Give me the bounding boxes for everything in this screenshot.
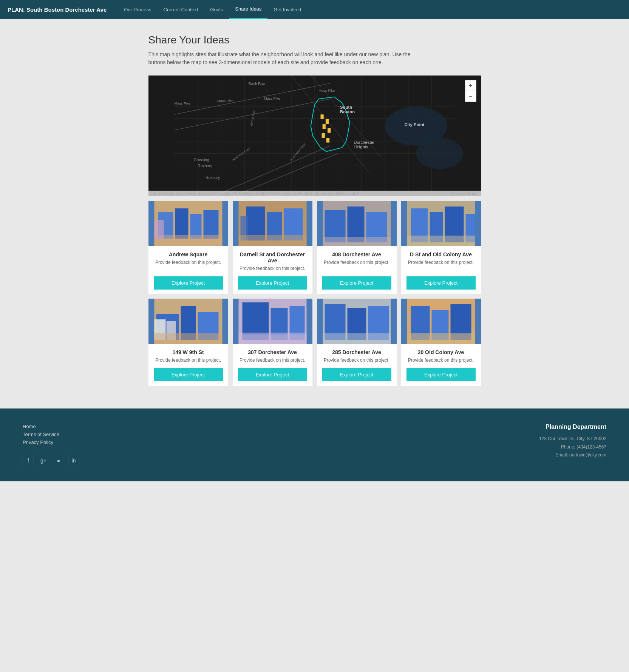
svg-rect-29 — [320, 114, 323, 119]
svg-text:Mass Pike: Mass Pike — [174, 102, 190, 105]
footer-link-privacy[interactable]: Privacy Policy — [23, 439, 79, 445]
svg-rect-64 — [238, 235, 306, 246]
svg-text:Mass Pike: Mass Pike — [217, 99, 233, 103]
project-desc-4: Provide feedback on this project. — [406, 260, 476, 271]
explore-button-5[interactable]: Explore Project — [154, 368, 223, 381]
nav-goals[interactable]: Goals — [204, 0, 229, 19]
project-desc-1: Provide feedback on this project. — [154, 260, 223, 271]
project-image-1 — [148, 201, 228, 246]
explore-button-7[interactable]: Explore Project — [322, 368, 391, 381]
svg-rect-98 — [407, 333, 475, 344]
project-desc-3: Provide feedback on this project. — [322, 260, 391, 271]
svg-rect-30 — [325, 119, 328, 124]
project-name-6: 307 Dorchester Ave — [238, 349, 307, 355]
linkedin-icon[interactable]: in — [68, 455, 79, 466]
map-container[interactable]: South Boston City Point Dorchester Heigh… — [148, 76, 481, 196]
footer-social: f g+ ● in — [23, 455, 79, 466]
svg-rect-75 — [407, 236, 475, 246]
project-card-20-old-colony: 20 Old Colony Ave Provide feedback on th… — [401, 299, 481, 386]
zoom-in-button[interactable]: + — [465, 80, 476, 91]
project-name-1: Andrew Square — [154, 251, 223, 257]
map-background: South Boston City Point Dorchester Heigh… — [148, 76, 481, 196]
project-body-4: D St and Old Colony Ave Provide feedback… — [401, 246, 481, 294]
project-card-darnell: Darnell St and Dorchester Ave Provide fe… — [233, 201, 312, 294]
map-attribution: City of Boston, Esri, HERE, Garmin, Safe… — [148, 191, 481, 196]
footer: Home Terms of Service Privacy Policy f g… — [0, 408, 629, 481]
project-desc-2: Provide feedback on this project. — [238, 266, 307, 271]
project-body-5: 149 W 9th St Provide feedback on this pr… — [148, 344, 228, 386]
page-description: This map highlights sites that illustrat… — [148, 51, 428, 66]
nav-current-context[interactable]: Current Context — [158, 0, 204, 19]
project-body-7: 285 Dorchester Ave Provide feedback on t… — [317, 344, 397, 386]
footer-right: Planning Department 123 Our Town Dr., Ci… — [539, 424, 606, 459]
project-desc-8: Provide feedback on this project. — [406, 358, 476, 363]
googleplus-icon[interactable]: g+ — [38, 455, 49, 466]
svg-text:Mass Pike: Mass Pike — [318, 89, 335, 92]
project-name-3: 408 Dorchester Ave — [322, 251, 391, 257]
svg-rect-69 — [323, 237, 391, 246]
project-image-5 — [148, 299, 228, 344]
explore-button-3[interactable]: Explore Project — [322, 276, 391, 290]
svg-rect-57 — [154, 235, 222, 246]
svg-rect-55 — [203, 210, 218, 239]
project-image-3 — [317, 201, 397, 246]
project-name-5: 149 W 9th St — [154, 349, 223, 355]
project-card-149-w9th: 149 W 9th St Provide feedback on this pr… — [148, 299, 228, 386]
nav-get-involved[interactable]: Get Involved — [267, 0, 307, 19]
svg-point-27 — [416, 138, 463, 169]
map-svg: South Boston City Point Dorchester Heigh… — [148, 76, 481, 196]
footer-link-terms[interactable]: Terms of Service — [23, 432, 79, 437]
svg-rect-88 — [238, 334, 306, 344]
svg-rect-82 — [154, 333, 222, 344]
svg-text:City Point: City Point — [404, 122, 424, 127]
footer-contact: 123 Our Town Dr., City, ST 20002 Phone: … — [539, 435, 606, 459]
svg-rect-53 — [175, 208, 188, 239]
project-desc-5: Provide feedback on this project. — [154, 358, 223, 363]
svg-text:Back Bay: Back Bay — [248, 82, 265, 86]
nav-share-ideas[interactable]: Share Ideas — [229, 0, 267, 19]
project-body-3: 408 Dorchester Ave Provide feedback on t… — [317, 246, 397, 294]
explore-button-8[interactable]: Explore Project — [406, 368, 476, 381]
svg-text:Crossing: Crossing — [194, 158, 209, 162]
project-name-8: 20 Old Colony Ave — [406, 349, 476, 355]
footer-phone: Phone: (434)123-4567 — [539, 443, 606, 452]
svg-text:Boston: Boston — [340, 109, 355, 114]
project-body-2: Darnell St and Dorchester Ave Provide fe… — [233, 246, 312, 294]
project-body-6: 307 Dorchester Ave Provide feedback on t… — [233, 344, 312, 386]
svg-text:Roxbury: Roxbury — [198, 164, 212, 168]
facebook-icon[interactable]: f — [23, 455, 34, 466]
project-image-8 — [401, 299, 481, 344]
project-name-7: 285 Dorchester Ave — [322, 349, 391, 355]
svg-rect-33 — [321, 133, 325, 138]
explore-button-1[interactable]: Explore Project — [154, 276, 223, 290]
svg-text:Heights: Heights — [354, 145, 368, 149]
project-body-8: 20 Old Colony Ave Provide feedback on th… — [401, 344, 481, 386]
project-card-d-st: D St and Old Colony Ave Provide feedback… — [401, 201, 481, 294]
project-card-408-dorchester: 408 Dorchester Ave Provide feedback on t… — [317, 201, 397, 294]
footer-email: Email: ourtown@city.com — [539, 451, 606, 459]
project-image-6 — [233, 299, 312, 344]
attribution-left: City of Boston, Esri, HERE, Garmin, Safe… — [151, 191, 359, 196]
project-name-2: Darnell St and Dorchester Ave — [238, 251, 307, 264]
project-desc-6: Provide feedback on this project. — [238, 358, 307, 363]
project-image-4 — [401, 201, 481, 246]
explore-button-2[interactable]: Explore Project — [238, 276, 307, 290]
nav-our-process[interactable]: Our Process — [118, 0, 157, 19]
instagram-icon[interactable]: ● — [53, 455, 64, 466]
explore-button-6[interactable]: Explore Project — [238, 368, 307, 381]
svg-rect-31 — [322, 124, 325, 129]
explore-button-4[interactable]: Explore Project — [406, 276, 476, 290]
footer-link-home[interactable]: Home — [23, 424, 79, 429]
header: PLAN: South Boston Dorchester Ave Our Pr… — [0, 0, 629, 19]
project-image-7 — [317, 299, 397, 344]
footer-left: Home Terms of Service Privacy Policy f g… — [23, 424, 79, 466]
svg-text:Mass Pike: Mass Pike — [264, 97, 280, 100]
page-title: Share Your Ideas — [148, 34, 481, 46]
project-image-2 — [233, 201, 312, 246]
project-card-andrew-square: Andrew Square Provide feedback on this p… — [148, 201, 228, 294]
project-name-4: D St and Old Colony Ave — [406, 251, 476, 257]
svg-rect-34 — [326, 138, 329, 142]
project-desc-7: Provide feedback on this project. — [322, 358, 391, 363]
project-body-1: Andrew Square Provide feedback on this p… — [148, 246, 228, 294]
zoom-out-button[interactable]: − — [465, 91, 476, 102]
